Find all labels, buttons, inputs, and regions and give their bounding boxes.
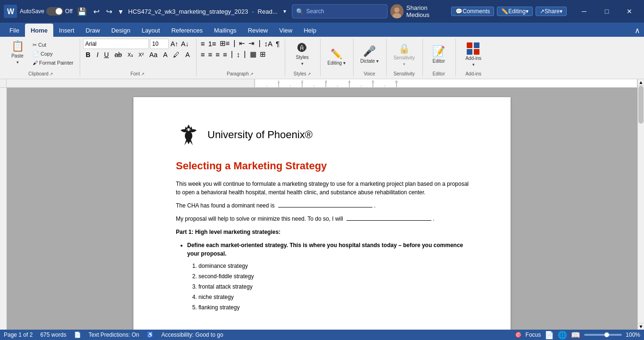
- tab-insert[interactable]: Insert: [53, 24, 80, 37]
- print-layout-button[interactable]: 📄: [545, 331, 554, 340]
- clipboard-expand-icon[interactable]: ↗: [50, 72, 53, 76]
- strikethrough-button[interactable]: ab: [112, 50, 124, 59]
- sensitivity-label: Sensitivity: [394, 71, 415, 76]
- dictate-button[interactable]: 🎤 Dictate ▾: [356, 41, 382, 68]
- align-right-button[interactable]: ≡: [214, 50, 221, 59]
- phoenix-logo-icon: [176, 121, 202, 149]
- font-size-selector[interactable]: [150, 39, 169, 49]
- search-box[interactable]: 🔍 Search: [292, 4, 388, 18]
- addins-button[interactable]: Add-ins ▾: [459, 41, 488, 68]
- autosave-label: AutoSave: [20, 8, 44, 15]
- scrollbar-thumb[interactable]: [638, 86, 644, 124]
- bold-button[interactable]: B: [83, 50, 93, 59]
- doc-read-mode: Read...: [258, 8, 278, 15]
- ribbon-group-editing: ✏️ Editing ▾: [322, 39, 354, 76]
- user-avatar[interactable]: [390, 4, 403, 18]
- ribbon-group-addins: Add-ins ▾ Add-ins: [457, 39, 492, 76]
- scroll-up-button[interactable]: ▲: [638, 79, 644, 86]
- undo-button[interactable]: ↩: [91, 6, 101, 17]
- document-area[interactable]: University of Phoenix® Selecting a Marke…: [7, 88, 637, 330]
- part1-label: Part 1: High level marketing strategies:: [176, 228, 473, 236]
- tab-view[interactable]: View: [273, 24, 298, 37]
- reader-view-button[interactable]: 📖: [571, 331, 580, 340]
- svg-text:W: W: [7, 8, 15, 16]
- clipboard-label: Clipboard: [28, 71, 49, 76]
- scroll-down-button[interactable]: ▼: [638, 323, 644, 330]
- redo-button[interactable]: ↪: [104, 6, 114, 17]
- close-button[interactable]: ✕: [619, 4, 640, 19]
- title-bar: W AutoSave Off 💾 ↩ ↪ ▾ HCS472_v2_wk3_mar…: [0, 0, 644, 23]
- tab-review[interactable]: Review: [242, 24, 274, 37]
- decrease-indent-button[interactable]: ⇤: [238, 39, 247, 48]
- voice-label: Voice: [363, 71, 375, 76]
- copy-button[interactable]: 📄 Copy: [30, 50, 76, 58]
- underline-button[interactable]: U: [102, 50, 111, 59]
- styles-button[interactable]: 🅐 Styles ▾: [288, 41, 316, 68]
- scrollbar-right[interactable]: ▲ ▼: [637, 79, 644, 330]
- ribbon-collapse-button[interactable]: ∧: [635, 26, 640, 35]
- tab-design[interactable]: Design: [106, 24, 136, 37]
- svg-text:3: 3: [325, 80, 327, 84]
- zoom-level[interactable]: 100%: [626, 332, 640, 338]
- text-predictions[interactable]: Text Predictions: On: [89, 332, 139, 338]
- tab-draw[interactable]: Draw: [80, 24, 106, 37]
- font-expand-icon[interactable]: ↗: [141, 72, 145, 76]
- text-color-button[interactable]: A: [183, 50, 192, 59]
- align-left-button[interactable]: ≡: [199, 50, 206, 59]
- web-layout-button[interactable]: 🌐: [558, 331, 567, 340]
- shading-button[interactable]: ▦: [248, 50, 258, 59]
- justify-button[interactable]: ≡: [222, 50, 229, 59]
- customize-qat-button[interactable]: ▾: [117, 6, 124, 17]
- editing-header-button[interactable]: ✏️ Editing ▾: [497, 7, 533, 16]
- paragraph-expand-icon[interactable]: ↗: [250, 72, 254, 76]
- list-item-5: flanking strategy: [198, 303, 473, 312]
- styles-expand-icon[interactable]: ↗: [307, 72, 311, 76]
- svg-text:6: 6: [396, 80, 398, 84]
- bullets-button[interactable]: ≡: [199, 39, 206, 48]
- paste-button[interactable]: 📋 Paste ▾: [6, 39, 29, 66]
- tab-help[interactable]: Help: [298, 24, 322, 37]
- ribbon-group-font: A↑ A↓ B I U ab X₂ X² Aa A 🖊 A Font: [81, 39, 197, 76]
- increase-indent-button[interactable]: ⇥: [247, 39, 256, 48]
- tab-home[interactable]: Home: [25, 24, 53, 37]
- document-title: HCS472_v2_wk3_marketing_strategy_2023: [128, 8, 248, 15]
- bullet-list: Define each market-oriented strategy. Th…: [187, 241, 473, 258]
- clear-format-button[interactable]: Aa: [147, 50, 160, 59]
- borders-button[interactable]: ⊞: [258, 50, 267, 59]
- comments-header-button[interactable]: 💬 Comments: [451, 7, 494, 16]
- tab-layout[interactable]: Layout: [136, 24, 165, 37]
- superscript-button[interactable]: X²: [136, 51, 146, 58]
- editing-button[interactable]: ✏️ Editing ▾: [323, 43, 349, 71]
- sensitivity-button[interactable]: 🔒 Sensitivity ▾: [389, 41, 419, 68]
- font-name-selector[interactable]: [83, 39, 149, 49]
- minimize-button[interactable]: ─: [573, 4, 595, 19]
- tab-mailings[interactable]: Mailings: [208, 24, 242, 37]
- sort-button[interactable]: ↕A: [263, 39, 274, 48]
- tab-references[interactable]: References: [165, 24, 208, 37]
- focus-button[interactable]: Focus: [526, 332, 541, 338]
- italic-button[interactable]: I: [94, 50, 101, 59]
- align-center-button[interactable]: ≡: [206, 50, 214, 59]
- maximize-button[interactable]: □: [596, 4, 618, 19]
- ribbon-group-voice: 🎤 Dictate ▾ Voice: [355, 39, 387, 76]
- highlight-button[interactable]: 🖊: [171, 50, 182, 59]
- show-formatting-button[interactable]: ¶: [274, 39, 281, 48]
- cut-button[interactable]: ✂ Cut: [30, 41, 76, 49]
- share-header-button[interactable]: ↗ Share ▾: [536, 7, 567, 16]
- line-spacing-button[interactable]: ↕: [235, 50, 242, 59]
- tab-file[interactable]: File: [4, 24, 25, 37]
- numbering-button[interactable]: 1≡: [206, 39, 217, 48]
- editor-button[interactable]: 📝 Editor: [426, 41, 452, 68]
- increase-font-button[interactable]: A↑: [170, 40, 179, 48]
- save-button[interactable]: 💾: [75, 6, 89, 17]
- decrease-font-button[interactable]: A↓: [180, 40, 190, 48]
- format-painter-button[interactable]: 🖌 Format Painter: [30, 58, 76, 67]
- title-dropdown-button[interactable]: ▾: [281, 7, 288, 16]
- autosave-toggle[interactable]: [46, 7, 63, 16]
- document-main-title[interactable]: Selecting a Marketing Strategy: [176, 160, 473, 172]
- subscript-button[interactable]: X₂: [125, 51, 135, 58]
- font-color-button[interactable]: A: [161, 50, 170, 59]
- multilevel-list-button[interactable]: ⊞≡: [218, 39, 231, 48]
- zoom-slider[interactable]: [584, 334, 622, 336]
- accessibility-status[interactable]: Accessibility: Good to go: [161, 332, 223, 338]
